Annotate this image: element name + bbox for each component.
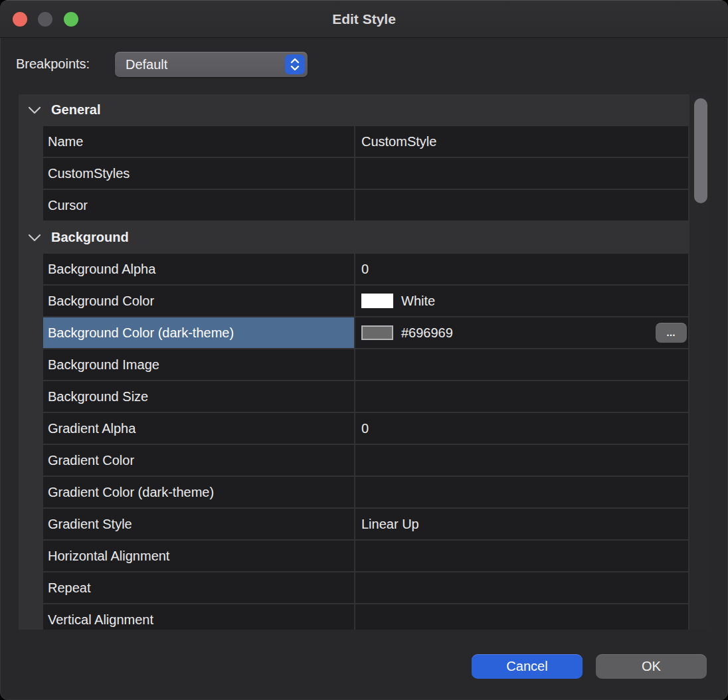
property-value-cell[interactable]: Linear Up bbox=[355, 509, 688, 539]
table-row[interactable]: Repeat bbox=[43, 572, 689, 603]
chevron-down-icon bbox=[290, 65, 300, 71]
property-value-text: 0 bbox=[361, 262, 369, 277]
property-name-cell[interactable]: Background Image bbox=[43, 349, 354, 380]
titlebar: Edit Style bbox=[0, 0, 728, 38]
property-value-cell[interactable]: 0 bbox=[355, 413, 688, 444]
table-row[interactable]: NameCustomStyle bbox=[43, 126, 689, 157]
property-name-cell[interactable]: CustomStyles bbox=[43, 158, 354, 189]
chevron-up-icon bbox=[290, 58, 300, 64]
scrollbar-track[interactable] bbox=[689, 94, 709, 630]
property-name-cell[interactable]: Name bbox=[43, 126, 354, 157]
property-value-cell[interactable] bbox=[355, 190, 688, 220]
property-value-text: White bbox=[401, 294, 435, 309]
table-row[interactable]: Vertical Alignment bbox=[43, 604, 689, 630]
property-value-cell[interactable] bbox=[355, 158, 688, 189]
table-row[interactable]: CustomStyles bbox=[43, 158, 689, 189]
table-row[interactable]: Horizontal Alignment bbox=[43, 541, 689, 571]
color-picker-ellipsis-button[interactable]: … bbox=[656, 323, 687, 343]
property-name-cell[interactable]: Background Color bbox=[43, 286, 354, 316]
section-title: Background bbox=[51, 230, 129, 245]
property-value-text: CustomStyle bbox=[361, 134, 436, 149]
property-value-cell[interactable] bbox=[355, 349, 688, 380]
table-row[interactable]: Background ColorWhite bbox=[43, 286, 689, 316]
property-name-cell[interactable]: Horizontal Alignment bbox=[43, 541, 354, 571]
property-value-cell[interactable] bbox=[355, 477, 688, 507]
property-value-text: 0 bbox=[361, 421, 369, 436]
property-value-text: Linear Up bbox=[361, 517, 419, 532]
property-name-cell[interactable]: Vertical Alignment bbox=[43, 604, 354, 630]
property-value-cell[interactable]: 0 bbox=[355, 254, 688, 284]
property-name-cell[interactable]: Background Alpha bbox=[43, 254, 354, 284]
property-value-cell[interactable]: White bbox=[355, 286, 688, 316]
table-row[interactable]: Cursor bbox=[43, 190, 689, 220]
dropdown-stepper-icon bbox=[285, 54, 305, 74]
edit-style-dialog: Edit Style Breakpoints: Default GeneralN… bbox=[0, 0, 728, 700]
property-value-cell[interactable] bbox=[355, 445, 688, 476]
property-name-cell[interactable]: Repeat bbox=[43, 572, 354, 603]
property-name-cell[interactable]: Gradient Color bbox=[43, 445, 354, 476]
breakpoints-label: Breakpoints: bbox=[16, 56, 90, 72]
table-row[interactable]: Background Image bbox=[43, 349, 689, 380]
table-row[interactable]: Gradient StyleLinear Up bbox=[43, 509, 689, 539]
property-rows: GeneralNameCustomStyleCustomStylesCursor… bbox=[19, 94, 689, 630]
property-name-cell[interactable]: Cursor bbox=[43, 190, 354, 220]
color-swatch bbox=[361, 294, 393, 308]
property-value-cell[interactable]: #696969… bbox=[355, 317, 688, 348]
property-value-cell[interactable]: CustomStyle bbox=[355, 126, 688, 157]
section-header[interactable]: Background bbox=[19, 222, 689, 252]
scrollbar-thumb[interactable] bbox=[694, 98, 707, 203]
section-collapse-chevron-icon bbox=[27, 106, 42, 114]
property-value-cell[interactable] bbox=[355, 604, 688, 630]
breakpoints-dropdown[interactable]: Default bbox=[115, 52, 308, 77]
window-title: Edit Style bbox=[0, 0, 728, 38]
color-swatch bbox=[361, 325, 393, 340]
property-name-cell[interactable]: Background Size bbox=[43, 381, 354, 412]
breakpoints-selected-value: Default bbox=[115, 57, 285, 72]
property-table: GeneralNameCustomStyleCustomStylesCursor… bbox=[19, 94, 709, 630]
property-value-cell[interactable] bbox=[355, 381, 688, 412]
property-value-cell[interactable] bbox=[355, 541, 688, 571]
property-value-cell[interactable] bbox=[355, 572, 688, 603]
table-row[interactable]: Background Size bbox=[43, 381, 689, 412]
table-row[interactable]: Gradient Alpha0 bbox=[43, 413, 689, 444]
section-collapse-chevron-icon bbox=[27, 233, 42, 242]
property-name-cell[interactable]: Gradient Color (dark-theme) bbox=[43, 477, 354, 507]
property-name-cell[interactable]: Background Color (dark-theme) bbox=[43, 317, 354, 348]
property-value-text: #696969 bbox=[401, 325, 453, 341]
cancel-button[interactable]: Cancel bbox=[472, 654, 583, 679]
section-title: General bbox=[51, 102, 100, 118]
table-row[interactable]: Gradient Color bbox=[43, 445, 689, 476]
ok-button[interactable]: OK bbox=[596, 654, 707, 679]
table-row[interactable]: Background Color (dark-theme)#696969… bbox=[43, 317, 689, 348]
table-row[interactable]: Gradient Color (dark-theme) bbox=[43, 477, 689, 507]
table-row[interactable]: Background Alpha0 bbox=[43, 254, 689, 284]
property-name-cell[interactable]: Gradient Alpha bbox=[43, 413, 354, 444]
property-name-cell[interactable]: Gradient Style bbox=[43, 509, 354, 539]
section-header[interactable]: General bbox=[19, 94, 689, 125]
